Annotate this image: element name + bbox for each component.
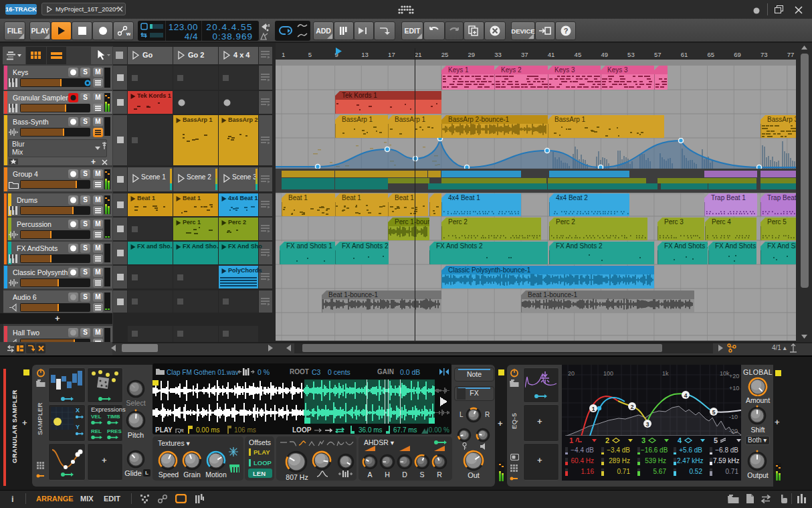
svg-text:45: 45 [575,51,582,58]
svg-text:R: R [180,428,184,434]
svg-text:61: 61 [681,51,688,58]
svg-text:69: 69 [734,51,741,58]
svg-text:1: 1 [592,406,595,412]
svg-text:100: 100 [603,370,613,377]
svg-text:2: 2 [631,404,634,410]
svg-text:33: 33 [494,51,502,58]
svg-text:5: 5 [308,51,312,58]
svg-text:3: 3 [646,421,649,428]
svg-text:1: 1 [569,436,573,444]
svg-text:+10: +10 [729,385,739,392]
svg-text:65: 65 [708,51,715,58]
svg-text:5: 5 [712,409,716,416]
svg-text:1: 1 [282,51,285,58]
svg-text:13: 13 [361,51,369,58]
svg-text:25: 25 [441,51,449,58]
svg-text:2: 2 [605,436,609,444]
svg-text:w: w [126,31,130,36]
svg-text:4: 4 [684,392,688,399]
svg-text:73: 73 [760,51,768,58]
svg-text:1k: 1k [662,370,669,377]
svg-text:41: 41 [548,51,555,58]
svg-text:3: 3 [641,436,645,444]
svg-text:4: 4 [678,436,682,444]
svg-text:-10: -10 [729,414,738,420]
svg-text:21: 21 [415,51,422,58]
svg-text:+20: +20 [729,373,739,379]
svg-text:29: 29 [468,51,476,58]
svg-text:49: 49 [601,51,608,58]
svg-text:53: 53 [627,51,635,58]
svg-text:37: 37 [521,51,528,58]
svg-text:5: 5 [714,436,718,444]
svg-text:17: 17 [388,51,395,58]
svg-text:77: 77 [787,51,795,58]
svg-text:?: ? [563,27,568,35]
svg-text:20: 20 [568,370,575,377]
svg-text:10k: 10k [720,370,730,377]
svg-text:57: 57 [654,51,662,58]
